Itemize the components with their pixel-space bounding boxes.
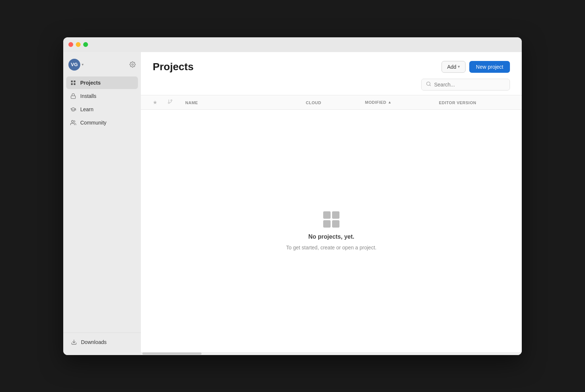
search-bar: [421, 79, 510, 91]
col-cloud-header[interactable]: CLOUD: [303, 95, 362, 109]
col-cloud-label: CLOUD: [306, 100, 321, 105]
col-editor-header[interactable]: EDITOR VERSION: [436, 95, 510, 109]
empty-title: No projects, yet.: [308, 234, 354, 240]
user-avatar-wrapper[interactable]: VG ▾: [68, 59, 84, 71]
community-icon: [70, 119, 77, 126]
sidebar-item-community[interactable]: Community: [66, 116, 138, 129]
gear-icon: [129, 61, 136, 68]
sidebar-item-label-learn: Learn: [80, 106, 94, 112]
downloads-label: Downloads: [81, 339, 106, 345]
add-chevron-icon: ▾: [458, 64, 460, 69]
col-branch: [168, 99, 182, 106]
app-window: VG ▾: [63, 37, 522, 355]
grid-icon: [70, 79, 77, 86]
col-name-header[interactable]: NAME: [182, 95, 303, 109]
sort-asc-icon: ▲: [388, 100, 392, 104]
svg-point-0: [132, 64, 133, 65]
svg-point-6: [71, 120, 73, 122]
empty-icon-cell-3: [323, 220, 331, 228]
star-icon: ★: [153, 99, 158, 105]
chevron-down-icon: ▾: [82, 62, 84, 67]
header-actions: Add ▾ New project: [442, 61, 510, 73]
download-icon: [71, 339, 77, 345]
svg-rect-3: [71, 83, 73, 85]
add-button[interactable]: Add ▾: [442, 61, 466, 73]
svg-rect-4: [74, 83, 75, 85]
page-title: Projects: [153, 61, 194, 73]
col-star: ★: [153, 99, 168, 106]
search-input[interactable]: [434, 82, 505, 88]
main-content: Projects Add ▾ New project: [141, 52, 522, 355]
new-project-button[interactable]: New project: [469, 61, 510, 73]
close-button[interactable]: [68, 42, 73, 47]
col-name-label: NAME: [185, 100, 198, 105]
empty-icon: [323, 211, 339, 228]
sidebar-nav: Projects Installs: [63, 76, 141, 333]
empty-icon-cell-4: [332, 220, 339, 228]
learn-icon: [70, 106, 77, 113]
avatar: VG: [68, 59, 80, 71]
sidebar-item-projects[interactable]: Projects: [66, 76, 138, 89]
sidebar: VG ▾: [63, 52, 141, 355]
svg-rect-1: [71, 81, 73, 82]
sidebar-item-label-installs: Installs: [80, 93, 97, 99]
table-header: ★ NAME CLOUD: [141, 95, 522, 110]
sidebar-item-installs[interactable]: Installs: [66, 90, 138, 102]
col-modified-header[interactable]: MODIFIED ▲: [362, 96, 436, 108]
sidebar-top: VG ▾: [63, 56, 141, 76]
scrollbar-thumb[interactable]: [142, 352, 202, 355]
empty-subtitle: To get started, create or open a project…: [286, 245, 376, 250]
branch-icon: [168, 99, 173, 105]
main-header: Projects Add ▾ New project: [141, 52, 522, 79]
minimize-button[interactable]: [76, 42, 81, 47]
maximize-button[interactable]: [83, 42, 88, 47]
empty-icon-cell-1: [323, 211, 331, 219]
search-bar-wrapper: [141, 79, 522, 95]
search-icon: [426, 81, 431, 88]
empty-icon-cell-2: [332, 211, 339, 219]
settings-button[interactable]: [129, 61, 136, 68]
lock-icon: [70, 93, 77, 99]
empty-state: No projects, yet. To get started, create…: [286, 211, 376, 250]
titlebar: [63, 37, 522, 52]
sidebar-item-learn[interactable]: Learn: [66, 103, 138, 116]
table-body: No projects, yet. To get started, create…: [141, 110, 522, 352]
col-modified-label: MODIFIED: [365, 100, 386, 105]
sidebar-item-label-community: Community: [80, 120, 106, 126]
svg-rect-5: [71, 96, 75, 98]
svg-rect-2: [74, 81, 75, 82]
sidebar-bottom: Downloads: [63, 333, 141, 351]
add-button-label: Add: [447, 64, 456, 70]
sidebar-item-label-projects: Projects: [80, 80, 101, 86]
scrollbar-track[interactable]: [141, 352, 522, 355]
app-body: VG ▾: [63, 52, 522, 355]
traffic-lights: [68, 42, 88, 47]
col-editor-label: EDITOR VERSION: [439, 100, 476, 105]
downloads-item[interactable]: Downloads: [68, 336, 136, 348]
svg-line-9: [430, 85, 431, 86]
